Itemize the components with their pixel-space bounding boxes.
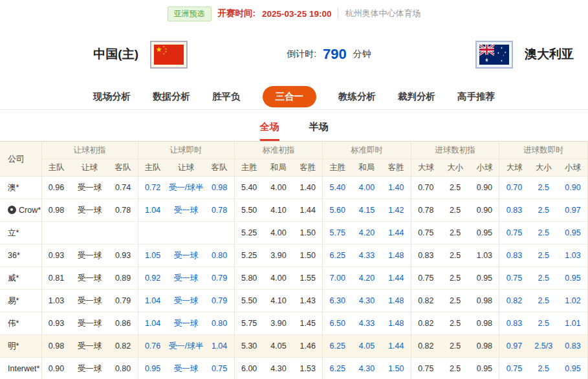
odds-cell: 0.79 — [205, 267, 235, 290]
odds-cell: 受一球 — [71, 199, 109, 222]
odds-cell: 1.02 — [558, 290, 588, 312]
australia-flag-icon — [475, 41, 513, 69]
company-cell[interactable]: 明* — [0, 335, 41, 358]
company-name: 易* — [8, 296, 19, 305]
odds-cell: 0.95 — [558, 222, 588, 244]
odds-cell: 0.83 — [411, 244, 441, 267]
odds-cell — [168, 222, 205, 244]
odds-cell: 0.98 — [470, 335, 499, 358]
nav-tab-6[interactable]: 高手推荐 — [457, 91, 495, 103]
odds-cell: 6.30 — [323, 290, 353, 312]
odds-cell: 0.70 — [499, 177, 529, 199]
odds-cell: 2.5 — [441, 199, 470, 222]
table-row: Interwet*0.90受一球0.800.95受一球0.756.004.301… — [0, 358, 588, 379]
odds-cell: 0.70 — [411, 177, 441, 199]
odds-cell: 1.03 — [558, 244, 588, 267]
company-cell[interactable]: 立* — [0, 222, 41, 244]
group-header-1: 让球即时 — [138, 142, 234, 159]
company-cell[interactable]: 澳* — [0, 177, 41, 199]
table-row: 36*0.93受一球0.931.05受一球0.805.253.901.506.2… — [0, 244, 588, 267]
odds-cell: 受一/球半 — [168, 177, 205, 199]
odds-cell: 0.83 — [558, 335, 588, 358]
odds-cell: 0.72 — [138, 177, 168, 199]
period-tab-0[interactable]: 全场 — [260, 121, 279, 141]
nav-tab-5[interactable]: 裁判分析 — [398, 91, 435, 103]
odds-cell: 0.97 — [499, 335, 529, 358]
odds-cell: 0.82 — [411, 290, 441, 312]
nav-tab-2[interactable]: 胜平负 — [212, 91, 241, 103]
sub-header: 让球 — [168, 159, 205, 177]
company-cell[interactable]: 易* — [0, 290, 41, 312]
odds-cell: 1.45 — [293, 312, 323, 335]
odds-cell: 2.5 — [441, 312, 470, 335]
odds-cell: 6.25 — [323, 335, 353, 358]
odds-cell: 4.05 — [264, 335, 294, 358]
odds-cell: 1.04 — [138, 199, 168, 222]
sub-header: 大小 — [528, 159, 558, 177]
nav-tab-1[interactable]: 数据分析 — [153, 91, 190, 103]
sub-header: 客队 — [109, 159, 138, 177]
odds-cell: 1.03 — [470, 244, 499, 267]
company-cell[interactable]: 伟* — [0, 312, 41, 335]
odds-cell: 4.05 — [352, 335, 382, 358]
table-row: 立*5.254.001.505.754.201.440.752.50.950.7… — [0, 222, 588, 244]
table-row: 明*0.98受一球0.820.76受一/球半1.045.304.051.466.… — [0, 335, 588, 358]
company-name: 伟* — [8, 319, 19, 328]
company-name: 澳* — [8, 183, 19, 192]
odds-cell: 0.95 — [470, 267, 499, 290]
odds-cell: 受一/球半 — [168, 335, 205, 358]
nav-tabs: 现场分析数据分析胜平负三合一教练分析裁判分析高手推荐 — [0, 85, 588, 110]
odds-cell: 受一球 — [168, 312, 205, 335]
odds-cell: 0.90 — [470, 177, 499, 199]
sub-header: 和局 — [264, 159, 294, 177]
venue-text: 杭州奥体中心体育场 — [338, 8, 420, 19]
odds-cell: 0.90 — [41, 358, 71, 379]
odds-cell: 1.40 — [293, 177, 323, 199]
kickoff-label: 开赛时间: — [218, 8, 256, 19]
odds-cell: 0.80 — [205, 312, 235, 335]
sub-header: 主队 — [41, 159, 71, 177]
odds-cell: 5.75 — [323, 222, 353, 244]
odds-cell: 1.01 — [558, 312, 588, 335]
odds-cell: 0.90 — [470, 199, 499, 222]
odds-cell: 0.90 — [558, 177, 588, 199]
company-cell[interactable]: 威* — [0, 267, 41, 290]
odds-cell: 0.76 — [138, 335, 168, 358]
nav-tab-4[interactable]: 教练分析 — [338, 91, 376, 103]
odds-cell: 2.5 — [528, 358, 558, 379]
odds-cell: 0.75 — [499, 358, 529, 379]
table-row: 威*0.81受一球0.890.92受一球0.795.804.001.557.00… — [0, 267, 588, 290]
odds-cell — [41, 222, 71, 244]
odds-cell: 6.50 — [323, 312, 353, 335]
company-cell[interactable]: Crow* — [0, 199, 41, 222]
odds-cell: 2.5 — [528, 267, 558, 290]
odds-cell: 0.79 — [205, 290, 235, 312]
nav-tab-0[interactable]: 现场分析 — [93, 91, 131, 103]
sub-header: 客胜 — [293, 159, 323, 177]
odds-cell: 0.81 — [41, 267, 71, 290]
group-header-2: 标准初指 — [234, 142, 323, 159]
odds-cell: 0.98 — [41, 199, 71, 222]
odds-cell: 受一球 — [71, 267, 109, 290]
odds-cell: 1.42 — [382, 199, 411, 222]
odds-cell: 2.5 — [528, 244, 558, 267]
odds-cell: 0.95 — [470, 358, 499, 379]
sub-header: 主胜 — [234, 159, 264, 177]
countdown-label: 倒计时: — [287, 49, 316, 60]
odds-cell: 受一球 — [168, 358, 205, 379]
odds-cell: 6.25 — [323, 358, 353, 379]
odds-cell: 2.5 — [528, 290, 558, 312]
sub-header: 大球 — [499, 159, 529, 177]
odds-cell: 6.00 — [234, 358, 264, 379]
odds-cell: 1.03 — [41, 290, 71, 312]
odds-cell: 1.04 — [205, 335, 235, 358]
odds-cell: 2.5 — [441, 244, 470, 267]
odds-cell: 1.50 — [382, 358, 411, 379]
odds-cell: 0.78 — [205, 199, 235, 222]
company-cell[interactable]: 36* — [0, 244, 41, 267]
period-tab-1[interactable]: 半场 — [309, 121, 329, 141]
nav-tab-3[interactable]: 三合一 — [263, 86, 317, 107]
company-cell[interactable]: Interwet* — [0, 358, 41, 379]
league-badge: 亚洲预选 — [168, 6, 212, 21]
odds-cell: 0.95 — [558, 267, 588, 290]
